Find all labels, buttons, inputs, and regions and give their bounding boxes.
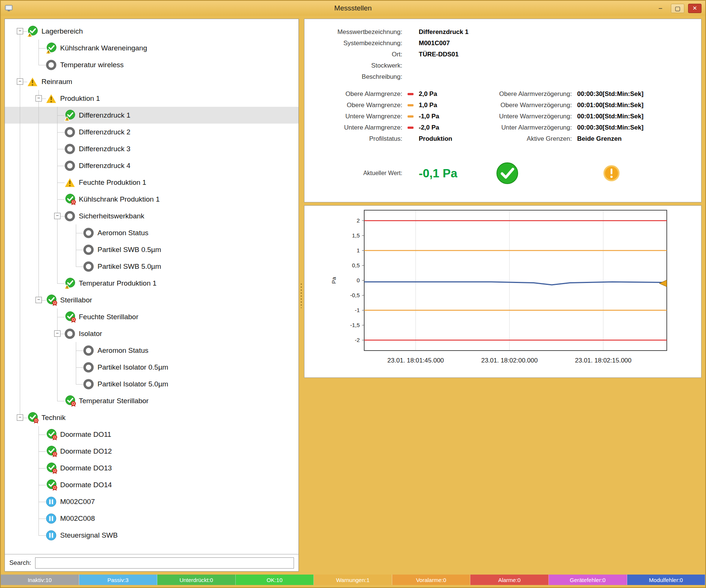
status-ok-warn-icon <box>64 109 76 121</box>
status-segment-ok: OK:10 <box>236 575 314 585</box>
tree-item[interactable]: Temperatur Sterillabor <box>5 392 298 409</box>
search-input[interactable] <box>35 557 294 569</box>
status-segment-passiv: Passiv:3 <box>79 575 158 585</box>
tree-item-selected[interactable]: Differenzdruck 1 <box>5 107 298 124</box>
tree-item[interactable]: −Lagerbereich <box>5 23 298 40</box>
tree-item[interactable]: Aeromon Status <box>5 342 298 359</box>
tree-item[interactable]: Aeromon Status <box>5 224 298 241</box>
tree-connector-line <box>57 183 65 183</box>
tree-expander-collapse[interactable]: − <box>35 95 42 102</box>
limit-label: Obere Warngrenze: <box>309 102 402 109</box>
tree-connector-line <box>76 367 83 368</box>
tree-item-label: Technik <box>41 414 65 422</box>
tree-item-label: Doormate DO14 <box>60 481 112 489</box>
tree-connector-line <box>76 267 83 267</box>
tree-item[interactable]: −Reinraum <box>5 73 298 90</box>
tree-item[interactable]: Differenzdruck 3 <box>5 140 298 157</box>
detail-info-row: Beschreibung: <box>309 71 697 83</box>
detail-limit-row: Profilstatus:ProduktionAktive Grenzen:Be… <box>309 133 697 144</box>
tree-item[interactable]: −Produktion 1 <box>5 90 298 107</box>
tree-item-label: Sicherheitswerkbank <box>79 212 144 220</box>
tree-item[interactable]: Differenzdruck 4 <box>5 157 298 174</box>
maximize-button[interactable]: ▢ <box>671 4 684 13</box>
panel-splitter[interactable] <box>299 19 303 572</box>
limit-marker-slot <box>402 104 419 106</box>
tree-item-label: Feuchte Sterillabor <box>79 313 138 321</box>
tree-item-label: Differenzdruck 1 <box>79 111 130 119</box>
minimize-button[interactable]: – <box>654 4 667 13</box>
status-segment-voralarme: Voralarme:0 <box>392 575 471 585</box>
tree-item[interactable]: Feuchte Produktion 1 <box>5 174 298 191</box>
tree-item[interactable]: Kühlschrank Wareneingang <box>5 40 298 56</box>
status-segment-modulfehler: Modulfehler:0 <box>627 575 706 585</box>
delay-label: Obere Warnverzögerung: <box>482 102 572 109</box>
tree-expander-collapse[interactable]: − <box>17 78 23 85</box>
tree-item[interactable]: −Sterillabor <box>5 292 298 308</box>
detail-info-row: Systembezeichnung:M001C007 <box>309 38 697 49</box>
tree-connector-line <box>57 392 58 401</box>
limit-value: 1,0 Pa <box>419 102 482 109</box>
status-ok-warn-icon <box>45 42 57 54</box>
trend-chart: 23.01. 18:01:45.00023.01. 18:02:00.00023… <box>304 206 702 377</box>
tree-item[interactable]: −Isolator <box>5 325 298 342</box>
tree-item[interactable]: M002C007 <box>5 493 298 510</box>
status-inactive-icon <box>83 378 95 390</box>
tree-item[interactable]: Kühlschrank Produktion 1 <box>5 191 298 208</box>
tree-item[interactable]: M002C008 <box>5 510 298 527</box>
tree-connector-line <box>20 157 20 174</box>
tree-item[interactable]: −Sicherheitswerkbank <box>5 208 298 224</box>
tree-connector-line <box>20 392 20 409</box>
close-button[interactable]: ✕ <box>688 4 702 13</box>
app-window: Messstellen – ▢ ✕ −LagerbereichKühlschra… <box>0 0 706 588</box>
tree-item[interactable]: Partikel Isolator 5.0µm <box>5 376 298 392</box>
tree-item[interactable]: Differenzdruck 2 <box>5 124 298 140</box>
tree-expander-collapse[interactable]: − <box>17 28 23 34</box>
status-inactive-icon <box>83 261 95 273</box>
tree-item-label: Feuchte Produktion 1 <box>79 178 146 187</box>
red-limit-dash-icon <box>408 93 414 95</box>
tree-item-label: Temperatur Produktion 1 <box>79 279 157 287</box>
tree-item-label: Doormate DO12 <box>60 447 112 455</box>
tree-item[interactable]: Steuersignal SWB <box>5 527 298 544</box>
measuring-points-panel: −LagerbereichKühlschrank WareneingangTem… <box>4 19 299 572</box>
tree-connector-line <box>38 208 39 224</box>
status-ok-ribbon-icon <box>45 445 57 457</box>
titlebar[interactable]: Messstellen – ▢ ✕ <box>1 1 705 16</box>
tree-item[interactable]: −Technik <box>5 409 298 426</box>
tree-item[interactable]: Temperatur Produktion 1 <box>5 275 298 292</box>
tree-item[interactable]: Doormate DO11 <box>5 426 298 443</box>
measuring-points-tree[interactable]: −LagerbereichKühlschrank WareneingangTem… <box>5 19 298 554</box>
tree-connector-line <box>20 359 20 376</box>
tree-item[interactable]: Partikel SWB 0.5µm <box>5 241 298 258</box>
detail-value: Differenzdruck 1 <box>419 28 482 36</box>
ok-status-icon <box>496 162 519 185</box>
tree-connector-line <box>38 258 39 275</box>
main-area: −LagerbereichKühlschrank WareneingangTem… <box>1 16 705 575</box>
limit-value: 2,0 Pa <box>419 90 482 98</box>
tree-expander-collapse[interactable]: − <box>35 297 42 303</box>
tree-item-label: Doormate DO11 <box>60 430 111 439</box>
tree-item[interactable]: Partikel Isolator 0.5µm <box>5 359 298 376</box>
detail-panel: Messwertbezeichnung:Differenzdruck 1Syst… <box>304 19 702 572</box>
tree-connector-line <box>57 224 58 241</box>
tree-item-label: Isolator <box>79 330 102 338</box>
tree-item[interactable]: Temperatur wireless <box>5 56 298 73</box>
tree-connector-line <box>20 107 20 124</box>
tree-item[interactable]: Doormate DO14 <box>5 476 298 493</box>
tree-item[interactable]: Doormate DO12 <box>5 443 298 460</box>
status-inactive-icon <box>83 361 95 373</box>
tree-connector-line <box>57 132 65 133</box>
tree-expander-collapse[interactable]: − <box>17 414 23 421</box>
tree-item[interactable]: Feuchte Sterillabor <box>5 308 298 325</box>
tree-connector-line <box>38 157 39 174</box>
tree-item[interactable]: Partikel SWB 5.0µm <box>5 258 298 275</box>
current-value-row: Aktueller Wert: -0,1 Pa <box>309 161 697 186</box>
tree-connector-line <box>57 149 65 149</box>
tree-expander-collapse[interactable]: − <box>54 330 61 337</box>
tree-item[interactable]: Doormate DO13 <box>5 460 298 476</box>
tree-item-label: M002C007 <box>60 498 95 506</box>
limit-label: Untere Alarmgrenze: <box>309 124 402 131</box>
detail-value: TÜRE-DDS01 <box>419 51 482 58</box>
tree-expander-collapse[interactable]: − <box>54 213 61 219</box>
delay-value: 00:01:00[Std:Min:Sek] <box>577 113 697 120</box>
